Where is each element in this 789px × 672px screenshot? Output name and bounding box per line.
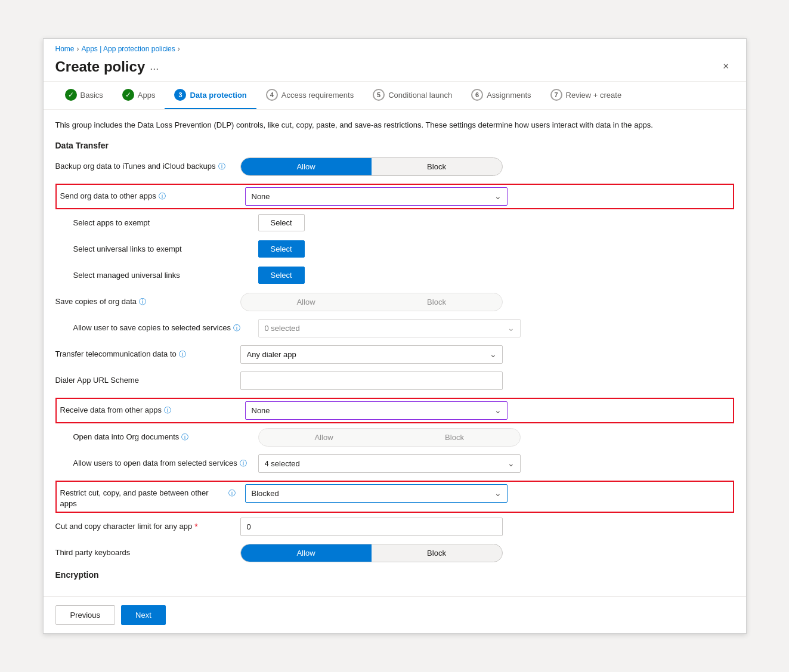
- access-requirements-num: 4: [266, 89, 278, 101]
- transfer-telecom-info-icon[interactable]: ⓘ: [179, 349, 186, 360]
- content-area: This group includes the Data Loss Preven…: [44, 110, 746, 596]
- tab-review-create[interactable]: 7 Review + create: [541, 82, 632, 109]
- tab-conditional-launch[interactable]: 5 Conditional launch: [363, 82, 462, 109]
- receive-data-label: Receive data from other apps ⓘ: [60, 401, 245, 416]
- backup-allow-btn[interactable]: Allow: [241, 158, 372, 175]
- third-party-allow-btn[interactable]: Allow: [241, 544, 372, 562]
- send-org-data-highlighted-row: Send org data to other apps ⓘ None: [55, 184, 734, 209]
- select-managed-links-row: Select managed universal links Select: [55, 267, 734, 287]
- transfer-telecom-select[interactable]: Any dialer app: [240, 345, 503, 364]
- save-copies-toggle: Allow Block: [240, 293, 503, 311]
- tab-access-requirements-label: Access requirements: [281, 91, 354, 100]
- select-apps-exempt-row: Select apps to exempt Select: [55, 214, 734, 234]
- allow-open-selected-select[interactable]: 4 selected: [258, 454, 521, 473]
- tabs-bar: ✓ Basics ✓ Apps 3 Data protection 4 Acce…: [44, 82, 746, 110]
- tab-basics[interactable]: ✓ Basics: [55, 82, 113, 109]
- dialer-url-row: Dialer App URL Scheme: [55, 371, 734, 392]
- send-org-data-label: Send org data to other apps ⓘ: [60, 187, 245, 202]
- save-copies-info-icon[interactable]: ⓘ: [139, 297, 146, 307]
- save-copies-label: Save copies of org data ⓘ: [55, 293, 240, 307]
- allow-open-selected-info-icon[interactable]: ⓘ: [240, 459, 247, 469]
- dialer-url-input[interactable]: [240, 371, 503, 390]
- save-copies-row: Save copies of org data ⓘ Allow Block: [55, 293, 734, 313]
- allow-open-selected-row: Allow users to open data from selected s…: [55, 454, 734, 475]
- allow-user-save-select[interactable]: 0 selected: [258, 319, 521, 337]
- tab-data-protection-label: Data protection: [190, 91, 246, 100]
- page-title: Create policy: [55, 58, 146, 75]
- conditional-launch-num: 5: [373, 89, 385, 101]
- title-bar: Create policy ... ×: [44, 55, 746, 82]
- allow-user-save-row: Allow user to save copies to selected se…: [55, 319, 734, 339]
- encryption-title: Encryption: [55, 570, 734, 580]
- receive-data-select[interactable]: None: [245, 401, 508, 420]
- data-transfer-title: Data Transfer: [55, 141, 734, 150]
- tab-conditional-launch-label: Conditional launch: [388, 91, 452, 100]
- receive-data-highlighted-row: Receive data from other apps ⓘ None: [55, 398, 734, 423]
- backup-org-data-row: Backup org data to iTunes and iCloud bac…: [55, 157, 734, 178]
- send-org-data-info-icon[interactable]: ⓘ: [159, 191, 166, 202]
- open-data-org-row: Open data into Org documents ⓘ Allow Blo…: [55, 428, 734, 448]
- tab-apps[interactable]: ✓ Apps: [113, 82, 165, 109]
- select-universal-links-row: Select universal links to exempt Select: [55, 240, 734, 261]
- select-universal-links-btn[interactable]: Select: [258, 240, 305, 258]
- allow-user-save-info-icon[interactable]: ⓘ: [233, 323, 240, 333]
- select-managed-links-btn[interactable]: Select: [258, 267, 305, 284]
- third-party-keyboards-label: Third party keyboards: [55, 544, 240, 558]
- breadcrumb-home[interactable]: Home: [55, 45, 75, 53]
- third-party-toggle: Allow Block: [240, 544, 503, 562]
- third-party-keyboards-row: Third party keyboards Allow Block: [55, 544, 734, 564]
- tab-basics-label: Basics: [81, 91, 103, 100]
- restrict-cut-copy-highlighted-row: Restrict cut, copy, and paste between ot…: [55, 481, 734, 513]
- close-button[interactable]: ×: [718, 58, 734, 75]
- third-party-block-btn[interactable]: Block: [372, 544, 502, 562]
- select-universal-links-label: Select universal links to exempt: [73, 240, 258, 255]
- tab-data-protection[interactable]: 3 Data protection: [165, 82, 256, 109]
- backup-block-btn[interactable]: Block: [372, 158, 502, 175]
- tab-access-requirements[interactable]: 4 Access requirements: [256, 82, 363, 109]
- footer: Previous Next: [44, 596, 746, 633]
- open-data-block-btn[interactable]: Block: [389, 429, 520, 446]
- dialer-url-label: Dialer App URL Scheme: [55, 371, 240, 386]
- cut-copy-char-limit-row: Cut and copy character limit for any app…: [55, 518, 734, 538]
- tab-assignments-label: Assignments: [487, 91, 531, 100]
- restrict-cut-copy-info-icon[interactable]: ⓘ: [228, 488, 236, 498]
- title-ellipsis-menu[interactable]: ...: [150, 60, 159, 73]
- apps-check-icon: ✓: [122, 89, 134, 101]
- send-org-data-select[interactable]: None: [245, 187, 508, 206]
- review-create-num: 7: [550, 89, 562, 101]
- select-apps-exempt-btn[interactable]: Select: [258, 214, 305, 231]
- save-copies-block-btn[interactable]: Block: [372, 293, 502, 311]
- data-protection-num: 3: [174, 89, 186, 101]
- create-policy-window: Home › Apps | App protection policies › …: [43, 38, 747, 634]
- cut-copy-char-limit-input[interactable]: [240, 518, 503, 536]
- breadcrumb-apps[interactable]: Apps | App protection policies: [82, 45, 175, 53]
- restrict-cut-copy-select[interactable]: Blocked: [245, 484, 508, 503]
- basics-check-icon: ✓: [65, 89, 77, 101]
- cut-copy-char-limit-label: Cut and copy character limit for any app…: [55, 518, 240, 533]
- allow-open-selected-label: Allow users to open data from selected s…: [73, 454, 258, 469]
- tab-review-create-label: Review + create: [566, 91, 622, 100]
- required-star: *: [194, 521, 197, 533]
- select-apps-exempt-label: Select apps to exempt: [73, 214, 258, 228]
- save-copies-allow-btn[interactable]: Allow: [241, 293, 372, 311]
- transfer-telecom-row: Transfer telecommunication data to ⓘ Any…: [55, 345, 734, 366]
- tab-apps-label: Apps: [138, 91, 156, 100]
- next-button[interactable]: Next: [121, 605, 166, 625]
- allow-user-save-label: Allow user to save copies to selected se…: [73, 319, 258, 333]
- open-data-org-toggle: Allow Block: [258, 428, 521, 447]
- section-description: This group includes the Data Loss Preven…: [55, 119, 734, 131]
- backup-org-data-toggle: Allow Block: [240, 157, 503, 176]
- assignments-num: 6: [471, 89, 483, 101]
- backup-org-data-label: Backup org data to iTunes and iCloud bac…: [55, 157, 240, 172]
- breadcrumb: Home › Apps | App protection policies ›: [44, 39, 746, 55]
- backup-org-data-info-icon[interactable]: ⓘ: [218, 162, 225, 172]
- previous-button[interactable]: Previous: [55, 605, 116, 625]
- open-data-org-info-icon[interactable]: ⓘ: [181, 432, 188, 442]
- tab-assignments[interactable]: 6 Assignments: [462, 82, 540, 109]
- open-data-org-label: Open data into Org documents ⓘ: [73, 428, 258, 442]
- select-managed-links-label: Select managed universal links: [73, 267, 258, 281]
- transfer-telecom-label: Transfer telecommunication data to ⓘ: [55, 345, 240, 360]
- open-data-allow-btn[interactable]: Allow: [259, 429, 389, 446]
- receive-data-info-icon[interactable]: ⓘ: [164, 405, 171, 416]
- restrict-cut-copy-label: Restrict cut, copy, and paste between ot…: [60, 484, 245, 509]
